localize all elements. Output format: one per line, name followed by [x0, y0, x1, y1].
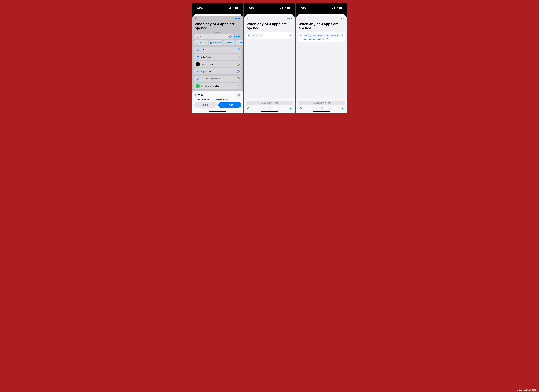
- phone-screenshot-1: 09:41 Done When any of 3 apps are opened…: [192, 3, 243, 113]
- search-actions-label: Search Actions: [264, 102, 278, 104]
- automation-sheet: Done When any of 3 apps are opened file:…: [296, 16, 347, 113]
- status-bar: 09:41: [244, 3, 295, 15]
- status-bar: 09:41: [192, 3, 243, 15]
- svg-point-9: [211, 42, 211, 42]
- grabber[interactable]: [267, 99, 272, 99]
- svg-point-33: [299, 107, 302, 110]
- home-indicator: [261, 111, 278, 112]
- search-actions-label: Search Actions: [316, 102, 330, 104]
- run-button[interactable]: [289, 107, 292, 110]
- cancel-button[interactable]: Cancel: [234, 35, 241, 38]
- toolbar: [246, 105, 293, 110]
- link-icon: [197, 56, 199, 58]
- grabber[interactable]: [319, 99, 324, 99]
- search-value: Url: [199, 35, 228, 38]
- action-search-panel: Url Cancel Scripting Controls Device Loc…: [192, 32, 243, 113]
- info-button[interactable]: i: [237, 56, 240, 58]
- link-icon: [197, 49, 199, 51]
- done-button[interactable]: Done: [339, 17, 344, 20]
- svg-rect-10: [211, 43, 212, 44]
- clear-search-button[interactable]: [229, 35, 232, 38]
- detail-title: URL: [198, 94, 203, 96]
- svg-rect-25: [332, 8, 333, 9]
- svg-rect-29: [339, 7, 342, 9]
- add-button[interactable]: Add: [218, 102, 241, 108]
- search-input[interactable]: Url: [194, 34, 233, 39]
- result-expand-url[interactable]: Expand URL i: [194, 68, 241, 74]
- svg-rect-20: [290, 8, 290, 8]
- svg-line-22: [262, 103, 263, 104]
- home-indicator: [209, 111, 226, 112]
- category-controls[interactable]: Controls: [209, 40, 222, 45]
- redo-button: [320, 107, 323, 110]
- run-button[interactable]: [341, 107, 344, 110]
- search-icon: [261, 102, 263, 104]
- clear-action-button[interactable]: [341, 34, 344, 37]
- close-detail-button[interactable]: [237, 93, 241, 97]
- done-button[interactable]: Done: [287, 17, 293, 20]
- pin-icon: [203, 104, 204, 106]
- category-location[interactable]: Loca: [236, 40, 243, 45]
- automation-title: When any of 3 apps are opened: [296, 21, 347, 32]
- info-button[interactable]: i: [237, 85, 240, 87]
- sheet-nav: Done: [244, 16, 295, 21]
- grabber[interactable]: [215, 32, 220, 33]
- search-icon: [313, 102, 315, 104]
- svg-rect-0: [229, 8, 229, 9]
- info-button[interactable]: i: [237, 70, 240, 73]
- svg-text:Q: Q: [197, 63, 198, 65]
- url-action-card[interactable]: file:///System/Library/Audio/UISounds/ p…: [298, 32, 345, 42]
- clear-action-button[interactable]: [289, 34, 292, 37]
- undo-button[interactable]: [247, 107, 250, 110]
- info-button[interactable]: i: [237, 48, 240, 51]
- controls-icon: [211, 42, 212, 44]
- info-button[interactable]: i: [237, 63, 240, 66]
- bottom-panel: Search Actions: [244, 97, 295, 113]
- result-label: Expand URL: [201, 70, 235, 72]
- add-url-button[interactable]: +: [326, 38, 329, 40]
- cellular-icon: [229, 7, 231, 9]
- back-button[interactable]: [298, 17, 301, 20]
- phone-icon: [225, 42, 226, 44]
- info-button[interactable]: i: [237, 77, 240, 80]
- automation-title: When any of 3 apps are opened: [244, 21, 295, 32]
- category-device[interactable]: Device: [223, 40, 235, 45]
- result-label: URL Encode: [201, 56, 235, 58]
- svg-rect-28: [334, 7, 335, 9]
- plus-icon: [226, 104, 228, 106]
- status-bar: 09:41: [296, 3, 347, 15]
- battery-icon: [235, 7, 239, 9]
- url-value[interactable]: file:///System/Library/Audio/UISounds/ p…: [303, 34, 340, 41]
- status-icons: [280, 7, 290, 9]
- cellular-icon: [280, 7, 283, 9]
- result-get-contents[interactable]: Get Contents of URL i: [194, 83, 241, 89]
- back-button[interactable]: [247, 17, 249, 20]
- search-results: URL i URL Encode i Q Bookmark URL i Expa…: [192, 47, 243, 89]
- svg-rect-15: [280, 8, 281, 9]
- undo-button[interactable]: [299, 107, 302, 110]
- svg-rect-4: [235, 7, 238, 9]
- url-placeholder[interactable]: apple.com: [251, 34, 263, 37]
- result-url-encode[interactable]: URL Encode i: [194, 54, 241, 60]
- category-row: Scripting Controls Device Loca: [192, 39, 243, 47]
- result-bookmark-url[interactable]: Q Bookmark URL i: [194, 61, 241, 67]
- svg-line-32: [314, 103, 315, 104]
- link-icon: [195, 94, 197, 96]
- pin-button[interactable]: Pin: [194, 102, 217, 108]
- svg-point-24: [268, 107, 271, 110]
- status-time: 09:41: [301, 7, 306, 9]
- wifi-icon: [336, 7, 338, 9]
- url-action-card[interactable]: apple.com: [246, 32, 293, 38]
- bottom-panel: Search Actions: [296, 97, 347, 113]
- search-actions-input[interactable]: Search Actions: [246, 100, 293, 105]
- svg-point-34: [320, 107, 322, 110]
- result-url[interactable]: URL i: [194, 47, 241, 53]
- result-get-component[interactable]: Get Component of URL i: [194, 76, 241, 82]
- search-actions-input[interactable]: Search Actions: [298, 100, 345, 105]
- action-detail-sheet: URL Passes the specified URL to the next…: [192, 91, 243, 113]
- result-label: URL: [201, 49, 235, 51]
- category-scripting[interactable]: Scripting: [194, 40, 208, 45]
- download-icon: [197, 85, 199, 87]
- automation-sheet: Done When any of 3 apps are opened Url C…: [192, 16, 243, 113]
- wifi-icon: [284, 7, 286, 9]
